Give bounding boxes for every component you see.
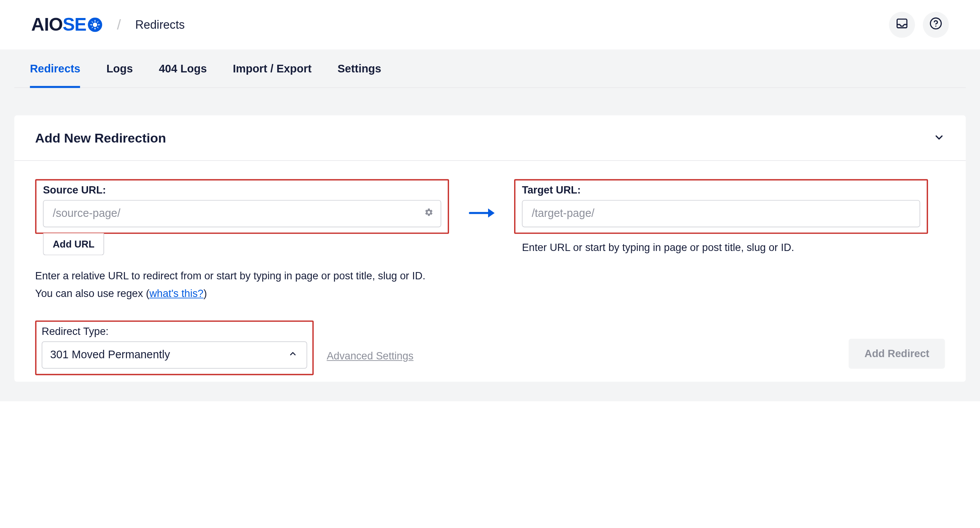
chevron-down-icon <box>933 134 945 145</box>
logo-text-se: SE <box>63 14 87 35</box>
breadcrumb: Redirects <box>135 18 185 32</box>
gear-icon <box>424 208 433 219</box>
add-redirection-panel: Add New Redirection Source URL: <box>14 115 965 382</box>
add-url-button[interactable]: Add URL <box>43 233 104 256</box>
source-url-highlight: Source URL: <box>35 179 449 234</box>
source-url-label: Source URL: <box>43 184 441 196</box>
target-url-label: Target URL: <box>522 184 920 196</box>
whats-this-link[interactable]: what's this? <box>149 288 203 299</box>
chevron-up-icon <box>288 349 297 362</box>
logo-text-aio: AIO <box>31 14 63 35</box>
tab-404-logs[interactable]: 404 Logs <box>159 49 207 88</box>
redirect-type-label: Redirect Type: <box>42 326 307 338</box>
redirect-type-select[interactable]: 301 Moved Permanently <box>42 341 307 369</box>
tab-redirects[interactable]: Redirects <box>30 49 80 88</box>
add-redirect-button[interactable]: Add Redirect <box>849 339 945 369</box>
tabs: Redirects Logs 404 Logs Import / Export … <box>14 49 965 88</box>
source-helper-text: Enter a relative URL to redirect from or… <box>35 267 439 302</box>
breadcrumb-separator: / <box>117 16 121 33</box>
arrow-icon <box>449 179 514 220</box>
help-icon <box>929 17 942 33</box>
panel-title: Add New Redirection <box>35 131 166 146</box>
inbox-icon <box>895 17 908 33</box>
help-button[interactable] <box>923 12 949 38</box>
redirect-type-selected: 301 Moved Permanently <box>50 349 170 362</box>
app-header: AIOSE / Redirects <box>0 0 980 49</box>
tab-logs[interactable]: Logs <box>106 49 133 88</box>
target-url-highlight: Target URL: <box>514 179 928 234</box>
source-url-settings-button[interactable] <box>424 208 433 220</box>
source-url-input[interactable] <box>43 200 441 227</box>
svg-point-1 <box>93 23 97 27</box>
gear-o-icon <box>87 17 103 33</box>
target-url-input[interactable] <box>522 200 920 227</box>
collapse-toggle[interactable] <box>933 131 945 146</box>
inbox-button[interactable] <box>889 12 915 38</box>
tab-settings[interactable]: Settings <box>338 49 381 88</box>
tab-import-export[interactable]: Import / Export <box>233 49 312 88</box>
redirect-type-highlight: Redirect Type: 301 Moved Permanently <box>35 321 314 376</box>
target-helper-text: Enter URL or start by typing in page or … <box>522 242 928 254</box>
svg-marker-6 <box>488 208 495 218</box>
advanced-settings-link[interactable]: Advanced Settings <box>327 351 413 362</box>
logo: AIOSE <box>31 14 103 35</box>
